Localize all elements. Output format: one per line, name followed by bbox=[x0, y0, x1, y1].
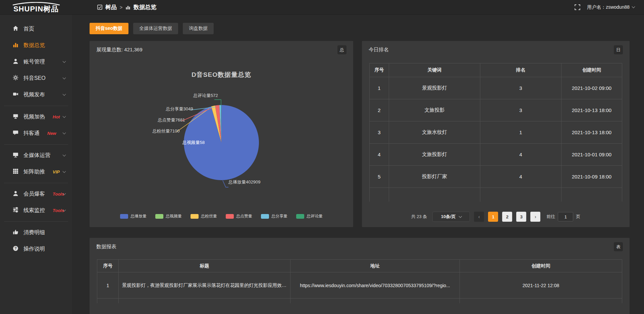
legend-item-总播放量[interactable]: 总播放量 bbox=[120, 213, 147, 219]
logo: SHUPIN树品 bbox=[0, 2, 72, 13]
sidebar-item-home[interactable]: 首页 bbox=[0, 21, 72, 37]
divider bbox=[4, 144, 68, 145]
sidebar-item-screen[interactable]: 视频加热Hot bbox=[0, 109, 72, 125]
sidebar-item-label: 全媒体运营 bbox=[23, 152, 50, 159]
table-row: 5投影灯厂家42021-10-09 18:00 bbox=[370, 166, 622, 188]
table-cell: 4 bbox=[370, 144, 389, 166]
sidebar-item-sliders[interactable]: 线索监控Tools bbox=[0, 202, 72, 219]
page-button-1[interactable]: 1 bbox=[488, 212, 498, 222]
chevron-down-icon bbox=[63, 76, 66, 80]
goto-label: 前往 bbox=[546, 214, 555, 220]
logo-text: SHUPIN树品 bbox=[13, 5, 59, 13]
tab-3[interactable]: 询盘数据 bbox=[183, 23, 214, 34]
bar-chart-icon bbox=[125, 5, 130, 10]
sidebar-item-thumb[interactable]: 消费明细 bbox=[0, 224, 72, 241]
chevron-down-icon bbox=[459, 214, 462, 218]
tab-bar: 抖音seo数据全媒体运营数据询盘数据 bbox=[90, 23, 630, 34]
table-cell: 2021-10-02 09:00 bbox=[561, 77, 622, 99]
legend-item-总粉丝量[interactable]: 总粉丝量 bbox=[191, 213, 217, 219]
tab-2[interactable]: 全媒体运营数据 bbox=[133, 23, 178, 34]
sidebar-item-help[interactable]: ?操作说明 bbox=[0, 241, 72, 257]
column-header: 标题 bbox=[119, 260, 290, 272]
table-cell: 文旅投影灯 bbox=[389, 144, 480, 166]
table-cell: 3 bbox=[480, 99, 561, 121]
svg-text:?: ? bbox=[14, 246, 16, 250]
table-cell: 2021-10-13 18:00 bbox=[561, 121, 622, 144]
table-badge-button[interactable]: 表 bbox=[614, 242, 623, 251]
table-cell: 4 bbox=[480, 166, 561, 188]
user-menu[interactable]: 用户名：zswodun88 bbox=[587, 4, 635, 10]
sidebar-item-user[interactable]: 账号管理 bbox=[0, 54, 72, 70]
pie-label-总粉丝量: 总粉丝量7100 bbox=[151, 128, 181, 134]
sidebar-menu: 首页数据总览账号管理抖音SEO视频发布视频加热Hot抖客通New全媒体运营矩阵助… bbox=[0, 15, 72, 314]
breadcrumb-current[interactable]: 数据总览 bbox=[133, 3, 156, 11]
next-page-button[interactable]: › bbox=[530, 212, 540, 222]
table-cell: 景观投影灯，夜游景观投影灯厂家展示展示落花灯在花园里的灯光投影应用效果 #... bbox=[119, 272, 290, 299]
table-cell: 投影灯厂家 bbox=[389, 166, 480, 188]
sidebar-item-tag: VIP bbox=[53, 169, 60, 174]
sidebar-item-chat[interactable]: 抖客通New bbox=[0, 125, 72, 142]
sidebar-item-gear[interactable]: 抖音SEO bbox=[0, 70, 72, 87]
grid-icon bbox=[13, 168, 18, 175]
legend-item-总评论量[interactable]: 总评论量 bbox=[296, 213, 323, 219]
sidebar-item-label: 矩阵助推 bbox=[23, 168, 45, 175]
table-cell: 1 bbox=[480, 121, 561, 144]
sidebar-item-tag: Tools bbox=[53, 208, 64, 213]
gear-icon bbox=[13, 75, 18, 82]
table-cell: 文旅水纹灯 bbox=[389, 121, 480, 144]
legend-swatch bbox=[226, 214, 234, 219]
page-button-3[interactable]: 3 bbox=[516, 212, 526, 222]
pie-label-line bbox=[214, 100, 221, 106]
doc-icon bbox=[97, 5, 102, 10]
table-row: 3文旅水纹灯12021-10-13 18:00 bbox=[370, 121, 622, 144]
overview-panel: 展现量总数: 421,369 总 D音SEO数据量总览 总播放量总视频量总粉丝量… bbox=[90, 41, 353, 227]
home-icon bbox=[13, 25, 18, 33]
member-icon bbox=[13, 191, 18, 198]
chevron-down-icon bbox=[63, 93, 66, 96]
chart-legend: 总播放量总视频量总粉丝量总点赞量总分享量总评论量 bbox=[90, 213, 353, 219]
divider bbox=[4, 221, 68, 222]
sidebar-item-label: 账号管理 bbox=[23, 58, 45, 65]
breadcrumb-root[interactable]: 树品 bbox=[105, 3, 117, 11]
divider bbox=[4, 106, 68, 106]
sidebar-item-member[interactable]: 会员爆客Tools bbox=[0, 186, 72, 202]
total-badge-button[interactable]: 总 bbox=[337, 45, 346, 54]
pie-label-总分享量: 总分享量3049 bbox=[164, 106, 195, 112]
thumb-icon bbox=[13, 229, 18, 236]
breadcrumb-separator: > bbox=[120, 5, 122, 10]
day-badge-button[interactable]: 日 bbox=[614, 45, 623, 54]
prev-page-button[interactable]: ‹ bbox=[474, 212, 484, 222]
table-cell: 2021-10-13 18:00 bbox=[561, 99, 622, 121]
legend-item-总分享量[interactable]: 总分享量 bbox=[261, 213, 287, 219]
ranking-table: 序号关键词排名创建时间1景观投影灯32021-10-02 09:002文旅投影3… bbox=[369, 63, 622, 202]
table-row: 2文旅投影32021-10-13 18:00 bbox=[370, 99, 622, 121]
column-header: 序号 bbox=[97, 260, 119, 272]
pie-label-总点赞量: 总点赞量7681 bbox=[156, 117, 187, 123]
table-cell: 1 bbox=[97, 272, 119, 299]
main-content: 抖音seo数据全媒体运营数据询盘数据 展现量总数: 421,369 总 D音SE… bbox=[72, 15, 644, 314]
chat-icon bbox=[13, 130, 18, 137]
chart-icon bbox=[13, 42, 18, 49]
sidebar-item-tag: Hot bbox=[53, 114, 60, 119]
legend-item-总视频量[interactable]: 总视频量 bbox=[155, 213, 182, 219]
sidebar-item-grid[interactable]: 矩阵助推VIP bbox=[0, 164, 72, 180]
fullscreen-icon[interactable] bbox=[575, 4, 580, 10]
report-panel-title: 数据报表 bbox=[96, 244, 116, 250]
column-header: 排名 bbox=[480, 63, 561, 77]
page-button-2[interactable]: 2 bbox=[502, 212, 512, 222]
tab-1[interactable]: 抖音seo数据 bbox=[90, 23, 128, 34]
sidebar-item-video[interactable]: 视频发布 bbox=[0, 87, 72, 103]
sidebar-item-label: 抖客通 bbox=[23, 130, 40, 137]
chevron-down-icon bbox=[632, 5, 635, 8]
page-size-select[interactable]: 10条/页 bbox=[432, 212, 470, 222]
goto-page-input[interactable] bbox=[558, 212, 573, 221]
pie-label-line bbox=[223, 180, 228, 187]
sidebar-item-monitor[interactable]: 全媒体运营 bbox=[0, 147, 72, 164]
legend-item-总点赞量[interactable]: 总点赞量 bbox=[226, 213, 252, 219]
ranking-panel: 今日排名 日 序号关键词排名创建时间1景观投影灯32021-10-02 09:0… bbox=[362, 41, 630, 227]
sidebar-item-chart[interactable]: 数据总览 bbox=[0, 37, 72, 54]
pie-label-总评论量: 总评论量572 bbox=[190, 93, 221, 98]
table-row: 1景观投影灯，夜游景观投影灯厂家展示展示落花灯在花园里的灯光投影应用效果 #..… bbox=[97, 272, 622, 299]
table-header-row: 序号标题地址创建时间 bbox=[97, 260, 622, 272]
video-link[interactable]: https://www.iesdouyin.com/share/video/70… bbox=[290, 272, 460, 299]
